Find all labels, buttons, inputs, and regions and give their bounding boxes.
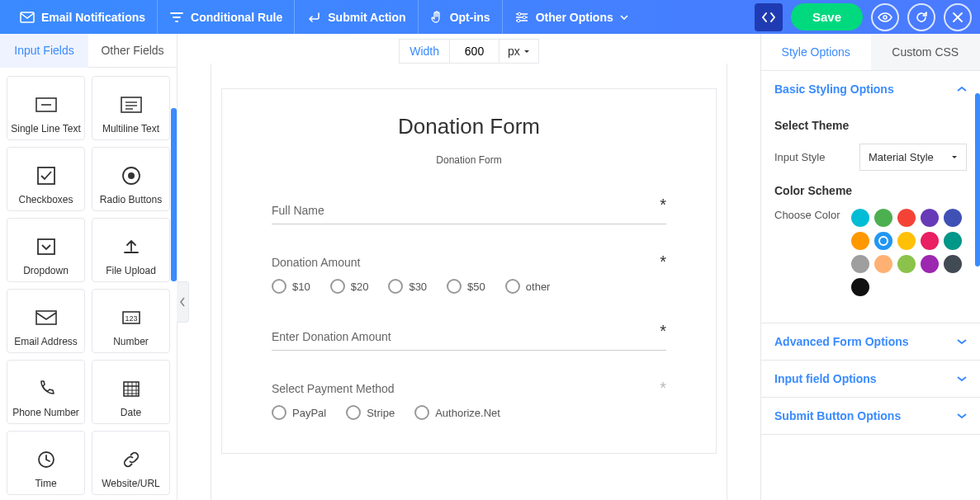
scrollbar-thumb[interactable] <box>171 108 177 281</box>
field-tile-label: Email Address <box>14 336 78 347</box>
field-tile-icon <box>35 304 58 331</box>
menu-conditional-rule[interactable]: Conditional Rule <box>158 0 295 34</box>
radio-label: $20 <box>351 281 369 293</box>
field-tile-icon <box>36 446 56 473</box>
form-title: Donation Form <box>272 114 666 139</box>
form-subtitle: Donation Form <box>272 154 666 166</box>
field-tile-icon <box>121 163 142 189</box>
field-tile-icon <box>121 375 141 402</box>
field-tile-time[interactable]: Time <box>7 431 85 495</box>
color-swatch[interactable] <box>897 255 916 273</box>
payment-option[interactable]: Authorize.Net <box>414 405 500 420</box>
field-tile-label: Number <box>113 336 149 347</box>
field-tile-single-line-text[interactable]: Single Line Text <box>7 76 85 140</box>
radio-label: Authorize.Net <box>435 407 500 419</box>
color-swatch[interactable] <box>851 232 869 250</box>
radio-label: Stripe <box>367 407 395 419</box>
payment-option[interactable]: PayPal <box>272 405 326 420</box>
width-input[interactable] <box>449 39 499 64</box>
field-tile-website-url[interactable]: Website/URL <box>92 431 170 495</box>
field-tile-label: Date <box>121 407 141 418</box>
required-indicator: * <box>660 252 666 271</box>
color-swatch[interactable] <box>874 232 892 250</box>
payment-method-label: Select Payment Method <box>272 382 666 395</box>
color-swatch[interactable] <box>921 255 939 273</box>
field-tile-label: Radio Buttons <box>100 194 162 205</box>
menu-other-options[interactable]: Other Options <box>503 0 640 34</box>
tab-input-fields[interactable]: Input Fields <box>0 34 88 68</box>
color-swatch[interactable] <box>921 232 939 250</box>
preview-button[interactable] <box>871 3 899 31</box>
color-swatch[interactable] <box>944 232 962 250</box>
color-swatch[interactable] <box>874 209 892 227</box>
code-button[interactable] <box>755 3 783 31</box>
amount-option[interactable]: other <box>505 279 551 294</box>
collapse-left-panel[interactable] <box>177 281 189 323</box>
field-tile-phone-number[interactable]: Phone Number <box>7 360 85 424</box>
field-tile-icon <box>36 375 56 402</box>
reload-button[interactable] <box>907 3 935 31</box>
svg-rect-11 <box>38 167 54 184</box>
color-swatch[interactable] <box>944 255 962 273</box>
field-tile-number[interactable]: 123Number <box>92 289 170 353</box>
field-tile-date[interactable]: Date <box>92 360 170 424</box>
section-advanced-form[interactable]: Advanced Form Options <box>761 323 980 360</box>
payment-option[interactable]: Stripe <box>346 405 395 420</box>
right-panel: Style Options Custom CSS Basic Styling O… <box>760 34 980 500</box>
section-basic-styling[interactable]: Basic Styling Options <box>761 71 980 107</box>
radio-label: PayPal <box>292 407 326 419</box>
radio-icon <box>388 279 403 294</box>
tab-other-fields[interactable]: Other Fields <box>88 34 177 68</box>
menu-optins[interactable]: Opt-ins <box>419 0 503 34</box>
amount-option[interactable]: $30 <box>388 279 427 294</box>
enter-amount-input[interactable] <box>272 325 666 351</box>
input-style-label: Input Style <box>774 151 825 163</box>
color-swatch[interactable] <box>944 209 962 227</box>
svg-rect-15 <box>36 311 56 324</box>
filter-icon <box>169 12 184 23</box>
field-tile-radio-buttons[interactable]: Radio Buttons <box>92 147 170 211</box>
radio-icon <box>272 405 286 420</box>
color-swatch[interactable] <box>851 278 869 296</box>
field-tile-file-upload[interactable]: File Upload <box>92 218 170 282</box>
amount-option[interactable]: $20 <box>330 279 369 294</box>
full-name-input[interactable] <box>272 199 666 224</box>
amount-option[interactable]: $50 <box>447 279 485 294</box>
svg-point-1 <box>518 12 521 16</box>
section-input-field[interactable]: Input field Options <box>761 361 980 397</box>
amount-option[interactable]: $10 <box>272 279 310 294</box>
color-swatch[interactable] <box>897 232 916 250</box>
color-swatch[interactable] <box>921 209 939 227</box>
close-button[interactable] <box>944 3 972 31</box>
field-tile-checkboxes[interactable]: Checkboxes <box>7 147 85 211</box>
color-swatch[interactable] <box>851 209 869 227</box>
svg-rect-7 <box>121 97 141 112</box>
field-tile-multiline-text[interactable]: Multiline Text <box>92 76 170 140</box>
field-tile-dropdown[interactable]: Dropdown <box>7 218 85 282</box>
scrollbar-thumb[interactable] <box>975 93 980 267</box>
required-indicator: * <box>660 196 666 215</box>
select-theme-heading: Select Theme <box>774 119 967 132</box>
chevron-down-icon <box>620 15 628 20</box>
field-tile-email-address[interactable]: Email Address <box>7 289 85 353</box>
color-swatch[interactable] <box>874 255 892 273</box>
tab-style-options[interactable]: Style Options <box>761 34 871 71</box>
topbar: Email Notifications Conditional Rule Sub… <box>0 0 980 34</box>
save-button[interactable]: Save <box>791 3 863 31</box>
field-tile-label: Time <box>35 478 56 489</box>
field-tile-icon: 123 <box>120 304 143 331</box>
radio-icon <box>447 279 462 294</box>
tab-custom-css[interactable]: Custom CSS <box>871 34 981 71</box>
field-tile-label: Phone Number <box>12 407 79 418</box>
width-unit-select[interactable]: px <box>499 39 539 64</box>
menu-submit-action[interactable]: Submit Action <box>295 0 418 34</box>
svg-point-4 <box>883 16 887 19</box>
radio-icon <box>272 279 286 294</box>
input-style-select[interactable]: Material Style <box>859 144 967 171</box>
color-swatch[interactable] <box>897 209 916 227</box>
menu-email-notifications[interactable]: Email Notifications <box>8 0 158 34</box>
section-submit-button[interactable]: Submit Button Options <box>761 398 980 434</box>
color-swatch[interactable] <box>851 255 869 273</box>
radio-label: $30 <box>409 281 427 293</box>
field-tile-label: Website/URL <box>102 478 159 489</box>
